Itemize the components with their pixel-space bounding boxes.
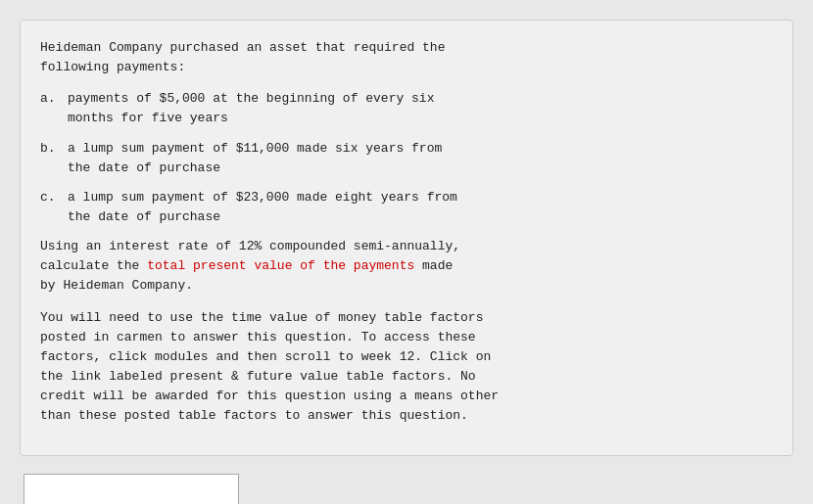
answer-input[interactable] xyxy=(24,474,239,504)
list-label-a: a. xyxy=(40,89,68,128)
question-container: Heideman Company purchased an asset that… xyxy=(20,20,793,456)
list-item-a: a. payments of $5,000 at the beginning o… xyxy=(40,89,773,128)
list-content-b: a lump sum payment of $11,000 made six y… xyxy=(68,139,773,178)
list-item-c: c. a lump sum payment of $23,000 made ei… xyxy=(40,188,773,227)
list-label-b: b. xyxy=(40,139,68,178)
answer-container xyxy=(20,474,793,504)
list-item-b: b. a lump sum payment of $11,000 made si… xyxy=(40,139,773,178)
instructions-text: You will need to use the time value of m… xyxy=(40,308,773,427)
interest-paragraph: Using an interest rate of 12% compounded… xyxy=(40,237,773,296)
intro-text: Heideman Company purchased an asset that… xyxy=(40,38,773,77)
highlight-total-present-value: total present value of the payments xyxy=(147,258,414,273)
list-content-a: payments of $5,000 at the beginning of e… xyxy=(68,89,773,128)
list-label-c: c. xyxy=(40,188,68,227)
list-content-c: a lump sum payment of $23,000 made eight… xyxy=(68,188,773,227)
